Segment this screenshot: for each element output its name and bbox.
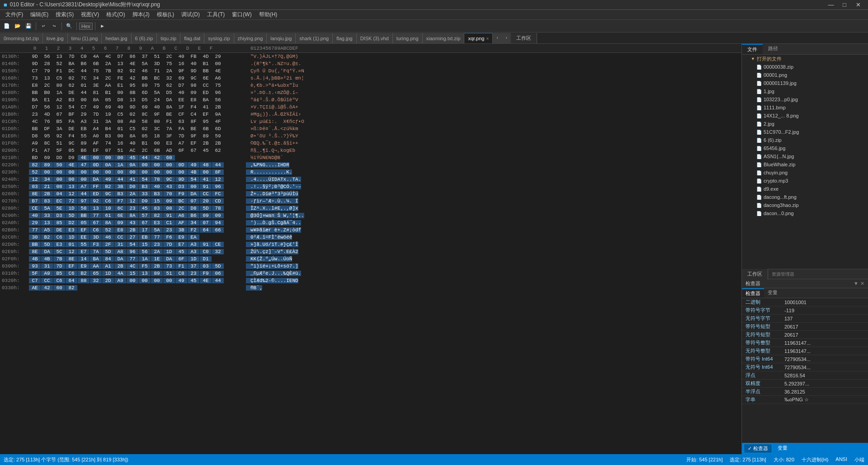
- hex-byte[interactable]: D9: [66, 155, 77, 160]
- hex-row[interactable]: 0310h:5FA9B5C6B2651D4A15138951C823F906_©…: [0, 270, 741, 277]
- hex-byte[interactable]: 00: [151, 278, 163, 283]
- hex-byte[interactable]: 49: [90, 104, 102, 110]
- hex-byte[interactable]: BD: [29, 155, 41, 160]
- close-button[interactable]: ✕: [852, 0, 864, 9]
- hex-byte[interactable]: A6: [212, 75, 224, 81]
- hex-byte[interactable]: 6E: [114, 213, 126, 218]
- hex-byte[interactable]: 78: [212, 206, 224, 211]
- hex-byte[interactable]: CE: [29, 206, 41, 211]
- tab-0[interactable]: 0morning.txt.zip: [0, 33, 43, 43]
- inspector-row[interactable]: 双精度5.292397...: [742, 380, 868, 388]
- hex-byte[interactable]: 44: [139, 155, 151, 160]
- hex-byte[interactable]: 06: [212, 271, 224, 276]
- hex-byte[interactable]: 12: [53, 104, 65, 110]
- hex-byte[interactable]: 8A: [163, 104, 175, 110]
- hex-byte[interactable]: 00: [66, 169, 77, 175]
- tab-nav-left[interactable]: ‹: [493, 33, 502, 43]
- hex-byte[interactable]: 3F: [163, 133, 175, 139]
- hex-byte[interactable]: 7D: [163, 242, 175, 247]
- hex-byte[interactable]: FC: [212, 191, 224, 197]
- hex-byte[interactable]: 1E: [151, 256, 163, 262]
- hex-byte[interactable]: 29: [29, 220, 41, 225]
- hex-row[interactable]: 0160h:7313C5027C342CFE42BBBC32699C6EA6s.…: [0, 75, 741, 82]
- hex-byte[interactable]: DA: [114, 256, 126, 262]
- hex-byte[interactable]: 30: [29, 235, 41, 240]
- file-tree-item[interactable]: 📄6 (6).zip: [742, 136, 868, 144]
- hex-byte[interactable]: 09: [188, 90, 199, 95]
- hex-byte[interactable]: 00: [90, 155, 102, 160]
- hex-byte[interactable]: 4B: [41, 256, 53, 262]
- hex-byte[interactable]: 7C: [78, 75, 90, 81]
- hex-byte[interactable]: 6B: [90, 61, 102, 66]
- hex-byte[interactable]: D7: [29, 104, 41, 110]
- hex-byte[interactable]: E3: [53, 242, 65, 247]
- hex-byte[interactable]: 96: [212, 184, 224, 189]
- file-tree-item[interactable]: 📄dacong3hao.zip: [742, 201, 868, 209]
- hex-byte[interactable]: A9: [41, 271, 53, 276]
- hex-byte[interactable]: 42: [151, 155, 163, 160]
- hex-byte[interactable]: E1: [41, 97, 53, 103]
- hex-byte[interactable]: 01: [66, 242, 77, 247]
- hex-byte[interactable]: 8A: [102, 220, 114, 225]
- menu-item-v[interactable]: 视图(V): [77, 10, 103, 20]
- hex-byte[interactable]: 69: [41, 155, 53, 160]
- hex-row[interactable]: 0280h:CE5A5E1D5813106C234583082CD85D78ÎZ…: [0, 205, 741, 212]
- hex-byte[interactable]: 02: [66, 75, 77, 81]
- hex-byte[interactable]: 5A: [41, 206, 53, 211]
- hex-byte[interactable]: 7B: [102, 68, 114, 74]
- hex-byte[interactable]: C6: [102, 198, 114, 204]
- hex-byte[interactable]: 9F: [175, 68, 187, 74]
- hex-byte[interactable]: 2F: [102, 242, 114, 247]
- file-tree-item[interactable]: 📄00000038.zip: [742, 63, 868, 71]
- hex-byte[interactable]: DF: [41, 126, 53, 132]
- hex-byte[interactable]: 8E: [66, 256, 77, 262]
- hex-byte[interactable]: 76: [41, 119, 53, 124]
- save-file-button[interactable]: 💾: [24, 21, 33, 31]
- hex-byte[interactable]: B3: [114, 191, 126, 197]
- hex-byte[interactable]: C8: [175, 271, 187, 276]
- hex-byte[interactable]: 10: [102, 206, 114, 211]
- hex-byte[interactable]: 84: [102, 256, 114, 262]
- hex-byte[interactable]: B2: [78, 271, 90, 276]
- hex-byte[interactable]: 05: [66, 148, 77, 153]
- hex-byte[interactable]: 40: [175, 90, 187, 95]
- hex-byte[interactable]: 12: [212, 177, 224, 182]
- hex-byte[interactable]: 00: [200, 169, 212, 175]
- inspector-row[interactable]: 无符号字节137: [742, 315, 868, 323]
- hex-byte[interactable]: 13: [41, 220, 53, 225]
- hex-byte[interactable]: 1D: [66, 235, 77, 240]
- hex-byte[interactable]: 1D: [188, 256, 199, 262]
- hex-byte[interactable]: 00: [139, 278, 151, 283]
- hex-byte[interactable]: 4C: [127, 263, 138, 269]
- file-tree-item[interactable]: 📄BlueWhale.zip: [742, 160, 868, 169]
- hex-byte[interactable]: 9F: [151, 112, 163, 117]
- hex-row[interactable]: 0200h:F1A75F05B6EF0751AC2C6BAD6F674562ñ§…: [0, 147, 741, 154]
- hex-byte[interactable]: DE: [66, 126, 77, 132]
- hex-byte[interactable]: 56: [41, 104, 53, 110]
- hex-byte[interactable]: 1A: [114, 162, 126, 168]
- hex-row[interactable]: 0240h:1234000000DA49444154789C9D544112.4…: [0, 176, 741, 183]
- hex-byte[interactable]: 2C: [175, 206, 187, 211]
- hex-byte[interactable]: B1: [102, 90, 114, 95]
- hex-row[interactable]: 0290h:4033D35DBB77616E8A578291A6B60909@3…: [0, 212, 741, 219]
- hex-byte[interactable]: 05: [139, 133, 151, 139]
- hex-byte[interactable]: BC: [151, 75, 163, 81]
- hex-byte[interactable]: F1: [29, 148, 41, 153]
- minimize-button[interactable]: —: [825, 0, 837, 9]
- undo-button[interactable]: ↩: [38, 21, 48, 31]
- hex-byte[interactable]: CE: [212, 242, 224, 247]
- hex-byte[interactable]: EA: [188, 235, 199, 240]
- hex-byte[interactable]: 32: [90, 278, 102, 283]
- hex-row[interactable]: 0210h:BD69DDD94E00000045444260½iÝÙNEND@B…: [0, 154, 741, 161]
- hex-byte[interactable]: 00: [53, 169, 65, 175]
- hex-byte[interactable]: 88: [78, 278, 90, 283]
- hex-byte[interactable]: 13: [139, 271, 151, 276]
- tab-4[interactable]: 6 (6).zip: [132, 33, 157, 43]
- hex-byte[interactable]: F4: [66, 133, 77, 139]
- hex-byte[interactable]: 56: [212, 97, 224, 103]
- inspector-row[interactable]: 无符号 Int6472790534...: [742, 363, 868, 371]
- redo-button[interactable]: ↪: [49, 21, 59, 31]
- hex-byte[interactable]: 31: [90, 119, 102, 124]
- tab-10[interactable]: shark (1).png: [296, 33, 333, 43]
- hex-byte[interactable]: 75: [212, 83, 224, 88]
